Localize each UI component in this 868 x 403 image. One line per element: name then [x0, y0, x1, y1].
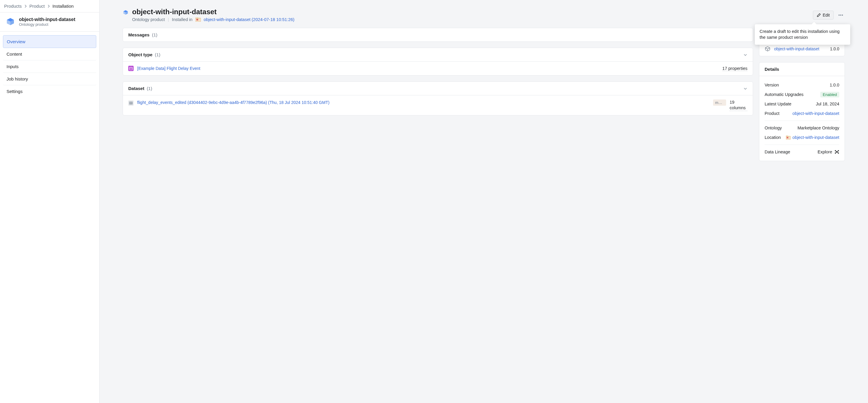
- edit-button[interactable]: Edit: [813, 11, 834, 20]
- table-icon: [128, 100, 134, 106]
- object-type-count: (1): [155, 52, 160, 57]
- svg-point-4: [840, 14, 841, 16]
- details-product-label: Product: [765, 111, 779, 116]
- nav-inputs[interactable]: Inputs: [3, 60, 96, 73]
- messages-count: (1): [152, 32, 157, 37]
- details-latest-label: Latest Update: [765, 102, 791, 106]
- svg-line-20: [837, 151, 838, 152]
- calendar-icon: [128, 66, 134, 71]
- folder-icon: [195, 18, 201, 22]
- dataset-card: Dataset (1): [123, 81, 753, 115]
- messages-card: Messages (1): [123, 28, 753, 42]
- details-latest-value: Jul 18, 2024: [816, 102, 839, 106]
- details-upgrades-label: Automatic Upgrades: [765, 92, 803, 97]
- nav-job-history[interactable]: Job history: [3, 73, 96, 85]
- details-lineage-explore[interactable]: Explore: [818, 149, 839, 154]
- chevron-right-icon: [23, 4, 28, 8]
- svg-point-21: [835, 153, 836, 154]
- svg-rect-1: [195, 18, 198, 19]
- breadcrumb-installation: Installation: [53, 4, 74, 9]
- cube-outline-icon: [765, 46, 771, 52]
- dataset-columns[interactable]: 19 columns: [730, 100, 747, 111]
- details-ontology-value: Marketplace Ontology: [798, 126, 839, 130]
- svg-line-22: [836, 152, 837, 153]
- page-header: object-with-input-dataset Ontology produ…: [123, 8, 845, 22]
- edit-label: Edit: [823, 13, 830, 18]
- dataset-row-link[interactable]: flight_delay_events_edited (d3044402-9eb…: [137, 100, 710, 105]
- installed-in-link[interactable]: object-with-input-dataset (2024-07-18 10…: [204, 17, 294, 22]
- page-title: object-with-input-dataset: [132, 8, 294, 16]
- nav-content[interactable]: Content: [3, 48, 96, 60]
- svg-point-17: [835, 150, 836, 151]
- svg-rect-14: [786, 136, 788, 137]
- details-version-label: Version: [765, 82, 779, 87]
- chevron-right-icon: [46, 4, 51, 8]
- details-title: Details: [765, 67, 779, 72]
- breadcrumb: Products Product Installation: [0, 0, 99, 12]
- main: object-with-input-dataset Ontology produ…: [99, 0, 868, 403]
- svg-rect-15: [787, 137, 788, 138]
- installed-label: Installed in: [172, 17, 192, 22]
- details-location-text: object-with-input-dataset (…: [793, 135, 839, 140]
- object-type-card: Object type (1): [123, 48, 753, 75]
- breadcrumb-product[interactable]: Product: [29, 4, 45, 9]
- details-location-link[interactable]: object-with-input-dataset (…: [786, 135, 839, 140]
- cube-icon: [5, 16, 16, 27]
- sidebar-nav: Overview Content Inputs Job history Sett…: [0, 32, 99, 101]
- object-type-properties[interactable]: 17 properties: [722, 66, 747, 71]
- details-card: Details Version 1.0.0 Automatic Upgrades…: [759, 62, 845, 161]
- object-type-title: Object type: [128, 52, 153, 57]
- divider: |: [168, 17, 169, 22]
- based-on-version: 1.0.0: [830, 46, 839, 51]
- sidebar: Products Product Installation object-wit…: [0, 0, 99, 403]
- svg-line-24: [837, 152, 838, 153]
- object-type-row-link[interactable]: [Example Data] Flight Delay Event: [137, 66, 719, 71]
- svg-rect-8: [129, 102, 132, 104]
- chevron-down-icon[interactable]: [743, 87, 747, 91]
- edit-icon: [817, 13, 821, 17]
- dataset-title: Dataset: [128, 86, 144, 91]
- page-type: Ontology product: [132, 17, 165, 22]
- dataset-branch-tag: mas…: [713, 100, 726, 106]
- details-version-value: 1.0.0: [830, 82, 839, 87]
- svg-point-5: [842, 14, 843, 16]
- nav-overview[interactable]: Overview: [3, 35, 96, 48]
- details-lineage-text: Explore: [818, 149, 832, 154]
- svg-point-3: [839, 14, 840, 16]
- svg-rect-2: [196, 19, 198, 21]
- folder-icon: [786, 136, 791, 139]
- sidebar-header: object-with-input-dataset Ontology produ…: [0, 12, 99, 32]
- svg-line-18: [836, 151, 837, 152]
- dataset-count: (1): [147, 86, 152, 91]
- nav-settings[interactable]: Settings: [3, 85, 96, 97]
- svg-point-23: [838, 153, 839, 154]
- lineage-icon: [835, 149, 839, 154]
- cube-icon: [123, 9, 129, 15]
- based-on-link[interactable]: object-with-input-dataset: [774, 46, 827, 51]
- svg-point-19: [838, 150, 839, 151]
- sidebar-title: object-with-input-dataset: [19, 17, 75, 22]
- details-product-link[interactable]: object-with-input-dataset: [793, 111, 839, 116]
- details-ontology-label: Ontology: [765, 126, 782, 130]
- more-button[interactable]: [837, 11, 845, 19]
- messages-title: Messages: [128, 32, 150, 37]
- chevron-down-icon[interactable]: [743, 53, 747, 57]
- details-upgrades-badge: Enabled: [820, 92, 839, 97]
- details-lineage-label: Data Lineage: [765, 149, 790, 154]
- edit-tooltip: Create a draft to edit this installation…: [755, 24, 850, 45]
- svg-rect-6: [129, 67, 132, 70]
- sidebar-subtitle: Ontology product: [19, 22, 75, 27]
- details-location-label: Location: [765, 135, 781, 140]
- breadcrumb-products[interactable]: Products: [4, 4, 22, 9]
